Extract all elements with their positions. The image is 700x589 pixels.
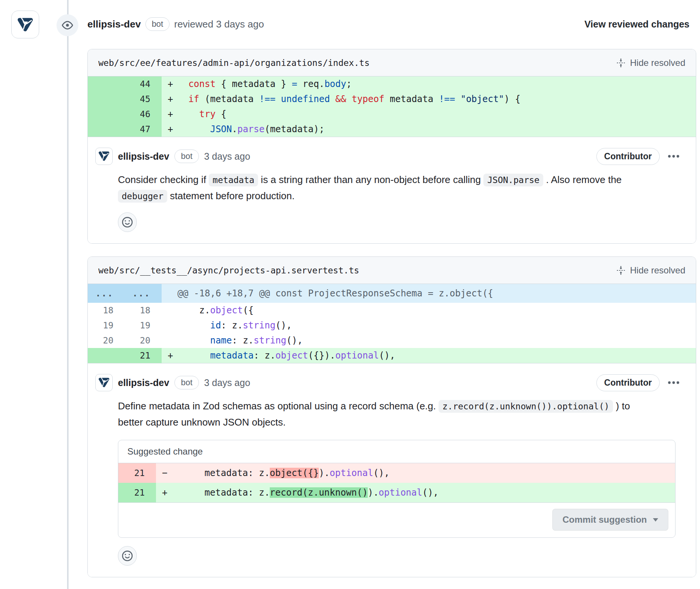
old-line-number xyxy=(88,122,125,137)
diff-row-ctx: 1818 z.object({ xyxy=(88,303,696,318)
diff-block: ......@@ -18,6 +18,7 @@ const ProjectRes… xyxy=(88,284,696,363)
file-path[interactable]: web/src/ee/features/admin-api/organizati… xyxy=(98,58,370,68)
body-text: ) to xyxy=(613,400,630,412)
hide-resolved-button[interactable]: Hide resolved xyxy=(616,265,685,276)
inline-code: z.record(z.unknown()).optional() xyxy=(439,400,613,413)
bot-badge: bot xyxy=(174,150,199,163)
code-line: + if (metadata !== undefined && typeof m… xyxy=(162,92,696,107)
diff-row-add: 44+ const { metadata } = req.body; xyxy=(88,76,696,92)
hide-resolved-label: Hide resolved xyxy=(630,58,685,68)
diff-row-add: 21+ metadata: z.object({}).optional(), xyxy=(88,348,696,363)
diff-marker: + xyxy=(162,124,177,134)
comment-header: ellipsis-dev bot 3 days ago Contributor xyxy=(95,148,682,165)
old-line-number xyxy=(88,348,125,363)
old-line-number xyxy=(88,107,125,122)
kebab-menu-button[interactable] xyxy=(665,376,682,389)
smiley-icon xyxy=(122,217,133,227)
commit-suggestion-button[interactable]: Commit suggestion xyxy=(552,509,668,531)
add-reaction-button[interactable] xyxy=(118,546,137,566)
comment-timestamp[interactable]: 3 days ago xyxy=(204,151,250,162)
diff-row-hunk: ......@@ -18,6 +18,7 @@ const ProjectRes… xyxy=(88,284,696,303)
commit-suggestion-label: Commit suggestion xyxy=(562,514,647,525)
code-line: + try { xyxy=(162,107,696,122)
new-line-number: 21 xyxy=(118,463,156,483)
file-header: web/src/__tests__/async/projects-api.ser… xyxy=(88,257,696,284)
review-meta: reviewed 3 days ago xyxy=(174,18,264,30)
code-line: − metadata: z.object({}).optional(), xyxy=(156,463,675,483)
ellipsis-dev-logo-icon xyxy=(17,15,34,32)
eye-icon xyxy=(62,20,73,31)
code-line: + metadata: z.object({}).optional(), xyxy=(162,348,696,363)
comment-header: ellipsis-dev bot 3 days ago Contributor xyxy=(95,374,682,391)
new-line-number: 20 xyxy=(125,333,162,348)
view-reviewed-changes-link[interactable]: View reviewed changes xyxy=(584,19,689,30)
body-text: Define metadata in Zod schemas as option… xyxy=(118,400,439,412)
comment-author[interactable]: ellipsis-dev xyxy=(118,151,169,162)
new-line-number: 19 xyxy=(125,318,162,333)
body-text: statement before production. xyxy=(167,190,295,201)
code-line: + JSON.parse(metadata); xyxy=(162,122,696,137)
diff-row-ctx: 1919 id: z.string(), xyxy=(88,318,696,333)
body-text: . Also remove the xyxy=(543,174,622,185)
code-line: + const { metadata } = req.body; xyxy=(162,76,696,92)
diff-marker: + xyxy=(162,109,177,119)
review-header: ellipsis-dev bot reviewed 3 days ago Vie… xyxy=(87,17,689,31)
diff-marker: + xyxy=(162,94,177,104)
fold-icon xyxy=(616,265,626,276)
code-line: name: z.string(), xyxy=(162,333,696,348)
diff-row-add: 21+ metadata: z.record(z.unknown()).opti… xyxy=(118,483,675,502)
diff-row-add: 45+ if (metadata !== undefined && typeof… xyxy=(88,92,696,107)
diff-marker: + xyxy=(156,487,172,498)
inline-code: metadata xyxy=(209,174,258,186)
old-line-number: ... xyxy=(88,284,125,303)
comment-timestamp[interactable]: 3 days ago xyxy=(204,377,250,388)
old-line-number: 18 xyxy=(88,303,125,318)
reviewer-avatar[interactable] xyxy=(11,11,39,38)
contributor-badge: Contributor xyxy=(596,374,660,391)
body-text: is a string rather than any non-object b… xyxy=(258,174,483,185)
new-line-number: 18 xyxy=(125,303,162,318)
inline-code: JSON.parse xyxy=(483,174,543,186)
add-reaction-button[interactable] xyxy=(118,212,137,232)
bot-badge: bot xyxy=(145,17,170,31)
contributor-badge: Contributor xyxy=(596,148,660,165)
file-path[interactable]: web/src/__tests__/async/projects-api.ser… xyxy=(98,266,359,275)
chevron-down-icon xyxy=(653,518,658,522)
review-comment: ellipsis-dev bot 3 days ago Contributor … xyxy=(88,363,696,577)
code-line: + metadata: z.record(z.unknown()).option… xyxy=(156,483,675,502)
diff-marker: + xyxy=(162,350,177,361)
hide-resolved-button[interactable]: Hide resolved xyxy=(616,58,685,68)
review-comment: ellipsis-dev bot 3 days ago Contributor … xyxy=(88,137,696,243)
kebab-icon xyxy=(667,378,680,387)
diff-row-add: 47+ JSON.parse(metadata); xyxy=(88,122,696,137)
file-header: web/src/ee/features/admin-api/organizati… xyxy=(88,49,696,76)
comment-body: Define metadata in Zod schemas as option… xyxy=(118,398,682,430)
new-line-number: 21 xyxy=(125,348,162,363)
diff-marker: − xyxy=(156,468,172,478)
ellipsis-dev-logo xyxy=(98,376,110,389)
ellipsis-dev-logo-icon xyxy=(98,150,110,162)
diff-row-ctx: 2020 name: z.string(), xyxy=(88,333,696,348)
bot-badge: bot xyxy=(174,376,199,389)
new-line-number: ... xyxy=(125,284,162,303)
new-line-number: 44 xyxy=(125,76,162,92)
comment-avatar[interactable] xyxy=(95,374,113,391)
suggestion-footer: Commit suggestion xyxy=(118,503,675,537)
old-line-number xyxy=(88,76,125,92)
diff-row-del: 21− metadata: z.object({}).optional(), xyxy=(118,463,675,483)
reviewer-name[interactable]: ellipsis-dev xyxy=(87,18,141,30)
new-line-number: 46 xyxy=(125,107,162,122)
new-line-number: 45 xyxy=(125,92,162,107)
diff-block: 44+ const { metadata } = req.body;45+ if… xyxy=(88,76,696,137)
fold-icon xyxy=(616,58,626,68)
comment-author[interactable]: ellipsis-dev xyxy=(118,377,169,388)
kebab-icon xyxy=(667,152,680,161)
kebab-menu-button[interactable] xyxy=(665,150,682,163)
diff-marker: + xyxy=(162,79,177,89)
comment-avatar[interactable] xyxy=(95,148,113,165)
old-line-number: 19 xyxy=(88,318,125,333)
old-line-number xyxy=(88,92,125,107)
body-text: Consider checking if xyxy=(118,174,209,185)
ellipsis-dev-logo xyxy=(98,150,110,163)
review-eye-badge xyxy=(57,14,78,36)
